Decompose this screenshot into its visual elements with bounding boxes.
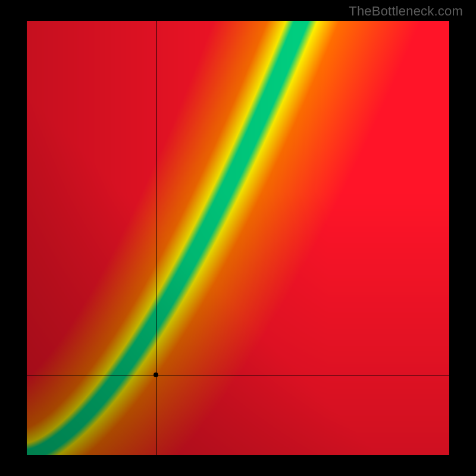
crosshair-vertical: [156, 21, 156, 455]
crosshair-horizontal: [27, 375, 449, 375]
heatmap-canvas: [27, 21, 449, 455]
data-point-marker: [154, 372, 158, 377]
watermark-text: TheBottleneck.com: [349, 4, 463, 19]
heatmap-plot: [27, 21, 449, 455]
chart-frame: TheBottleneck.com: [0, 0, 476, 476]
